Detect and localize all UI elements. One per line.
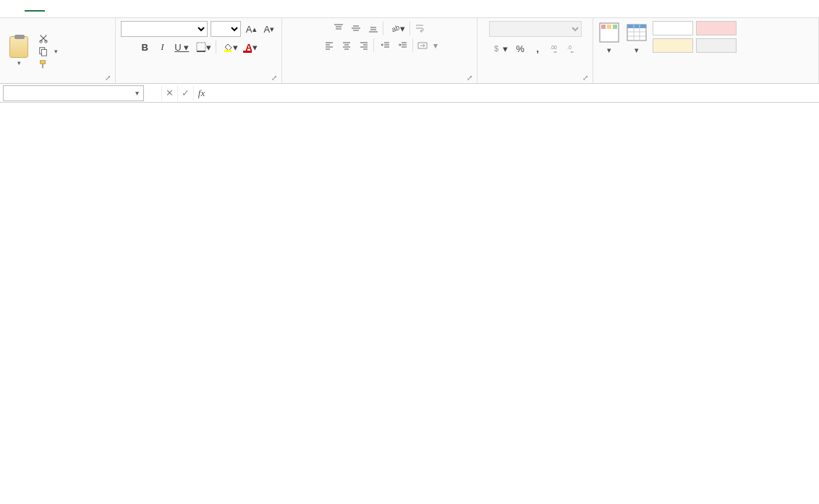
copy-button[interactable]: ▾ [36, 46, 60, 57]
align-left-button[interactable] [322, 38, 336, 53]
format-as-table-button[interactable]: ▾ [625, 21, 648, 54]
cellstyle-normal[interactable] [653, 21, 693, 35]
menu-insert[interactable] [45, 6, 65, 12]
decrease-font-button[interactable]: A▾ [262, 22, 277, 36]
menu-format[interactable] [227, 6, 247, 12]
paste-button[interactable]: ▾ [4, 36, 33, 67]
svg-rect-8 [224, 50, 232, 52]
clipboard-launcher[interactable]: ⤢ [105, 74, 111, 82]
menu-bar [0, 0, 819, 17]
formula-input[interactable] [209, 85, 819, 101]
svg-rect-43 [607, 25, 611, 29]
merge-icon [417, 40, 428, 51]
comma-button[interactable]: , [530, 41, 545, 56]
name-box[interactable]: ▾ [3, 85, 144, 101]
ribbon: ▾ ▾ ⤢ A▴ A▾ B I U ▾ ▾ ▾ [0, 17, 819, 84]
group-clipboard: ▾ ▾ ⤢ [0, 18, 116, 83]
align-top-button[interactable] [331, 21, 346, 35]
group-alignment: ab ▾ ▾ ⤢ [282, 18, 478, 83]
wrap-icon [415, 23, 425, 33]
group-number: $▾ % , .00 .0 ⤢ [478, 18, 593, 83]
cellstyle-bad[interactable] [696, 21, 737, 35]
svg-text:.0: .0 [567, 45, 572, 50]
formatpainter-button[interactable] [36, 59, 60, 70]
cut-icon [38, 33, 48, 43]
increase-indent-button[interactable] [396, 38, 413, 53]
align-launcher[interactable]: ⤢ [467, 74, 472, 82]
number-launcher[interactable]: ⤢ [582, 74, 588, 82]
font-name-select[interactable] [121, 21, 208, 37]
align-right-button[interactable] [357, 38, 374, 53]
condformat-icon [598, 21, 621, 44]
svg-rect-46 [627, 25, 646, 28]
conditional-formatting-button[interactable]: ▾ [598, 21, 621, 54]
svg-rect-4 [41, 60, 46, 63]
increase-font-button[interactable]: A▴ [244, 22, 259, 36]
align-center-button[interactable] [339, 38, 354, 53]
menu-pagelayout[interactable] [65, 6, 85, 12]
menu-file[interactable] [4, 6, 25, 12]
merge-button[interactable]: ▾ [417, 40, 438, 51]
fillcolor-button[interactable]: ▾ [221, 40, 240, 54]
spreadsheet [0, 103, 819, 117]
svg-rect-3 [41, 49, 46, 56]
orientation-button[interactable]: ab ▾ [388, 21, 410, 35]
svg-text:ab: ab [391, 23, 400, 33]
formula-bar: ▾ ✕ ✓ fx [0, 84, 819, 103]
align-bottom-button[interactable] [366, 21, 383, 35]
group-font: A▴ A▾ B I U ▾ ▾ ▾ A ▾ ⤢ [116, 18, 282, 83]
namebox-dropdown[interactable]: ▾ [135, 89, 139, 97]
accounting-button[interactable]: $▾ [491, 41, 510, 56]
decrease-decimal-button[interactable]: .0 [565, 41, 580, 56]
cellstyle-calc[interactable] [696, 38, 737, 53]
fontcolor-button[interactable]: A ▾ [243, 40, 259, 54]
align-middle-button[interactable] [349, 21, 363, 35]
menu-developer[interactable] [166, 6, 187, 12]
menu-data[interactable] [106, 6, 126, 12]
svg-rect-6 [197, 43, 205, 51]
accept-entry-button[interactable]: ✓ [177, 85, 193, 101]
group-styles: ▾ ▾ [593, 18, 819, 83]
svg-text:$: $ [494, 44, 498, 53]
formatpainter-icon [38, 59, 48, 69]
underline-button[interactable]: U ▾ [172, 40, 191, 54]
menu-view[interactable] [146, 6, 166, 12]
tableformat-icon [625, 21, 648, 44]
number-format-select[interactable] [489, 21, 582, 37]
menu-review[interactable] [126, 6, 146, 12]
svg-rect-44 [613, 25, 617, 29]
italic-button[interactable]: I [155, 40, 169, 54]
menu-home[interactable] [25, 6, 45, 12]
bold-button[interactable]: B [137, 40, 152, 54]
paintbucket-icon [223, 42, 233, 52]
svg-text:.00: .00 [550, 45, 557, 50]
menu-formulas[interactable] [85, 6, 106, 12]
font-size-select[interactable] [211, 21, 241, 37]
wraptext-button[interactable] [415, 23, 428, 33]
svg-rect-42 [601, 25, 606, 29]
paste-icon [9, 36, 28, 58]
border-button[interactable]: ▾ [194, 40, 216, 54]
svg-rect-5 [42, 64, 43, 68]
decrease-indent-button[interactable] [378, 38, 393, 53]
percent-button[interactable]: % [513, 41, 527, 56]
cut-button[interactable] [36, 33, 60, 44]
cancel-entry-button[interactable]: ✕ [161, 85, 177, 101]
font-launcher[interactable]: ⤢ [271, 74, 277, 82]
cellstyle-neutral[interactable] [653, 38, 693, 53]
increase-decimal-button[interactable]: .00 [548, 41, 562, 56]
insert-function-button[interactable]: fx [193, 85, 209, 101]
copy-icon [38, 46, 48, 56]
menu-chartdesign[interactable] [207, 6, 227, 12]
menu-help[interactable] [187, 6, 207, 12]
